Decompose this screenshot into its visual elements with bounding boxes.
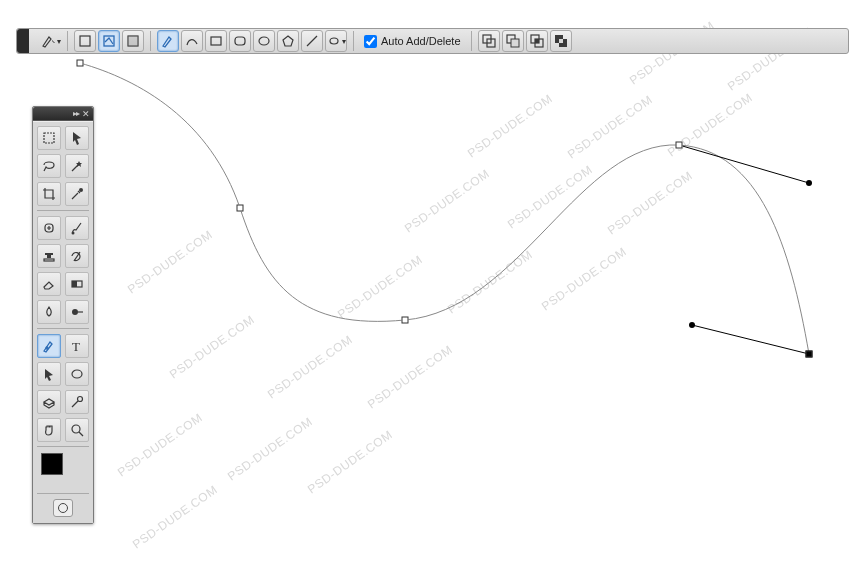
shape-tool[interactable] xyxy=(65,362,89,386)
svg-rect-6 xyxy=(211,37,221,45)
svg-text:T: T xyxy=(72,339,80,354)
svg-point-33 xyxy=(72,425,80,433)
svg-line-10 xyxy=(307,36,317,46)
path-mode-group xyxy=(74,30,144,52)
auto-add-delete-input[interactable] xyxy=(364,35,377,48)
svg-point-8 xyxy=(259,37,269,45)
watermark: PSD-DUDE.COM xyxy=(265,333,355,402)
svg-line-0 xyxy=(679,145,809,183)
tools-panel-header[interactable]: ▸▸ ✕ xyxy=(33,107,93,121)
watermark: PSD-DUDE.COM xyxy=(465,92,555,161)
svg-point-24 xyxy=(72,232,75,235)
watermark: PSD-DUDE.COM xyxy=(505,163,595,232)
svg-line-1 xyxy=(692,325,809,354)
watermark: PSD-DUDE.COM xyxy=(125,228,215,297)
color-swatches[interactable] xyxy=(41,453,79,485)
gradient-tool[interactable] xyxy=(65,272,89,296)
history-brush-tool[interactable] xyxy=(65,244,89,268)
close-icon[interactable]: ✕ xyxy=(82,109,90,119)
exclude-path-button[interactable] xyxy=(550,30,572,52)
marquee-tool[interactable] xyxy=(37,126,61,150)
pen-tool-icon[interactable] xyxy=(157,30,179,52)
svg-marker-9 xyxy=(283,36,293,46)
shape-layers-button[interactable] xyxy=(74,30,96,52)
svg-point-28 xyxy=(72,309,78,315)
blur-tool[interactable] xyxy=(37,300,61,324)
svg-rect-2 xyxy=(80,36,90,46)
stamp-tool[interactable] xyxy=(37,244,61,268)
svg-point-29 xyxy=(46,347,48,349)
pen-tool[interactable] xyxy=(37,334,61,358)
notes-tool[interactable] xyxy=(37,390,61,414)
pen-shape-group: ▾ xyxy=(157,30,347,52)
foreground-color-swatch[interactable] xyxy=(41,453,63,475)
svg-rect-21 xyxy=(44,133,54,143)
subtract-from-path-button[interactable] xyxy=(502,30,524,52)
tools-panel: ▸▸ ✕ xyxy=(32,106,94,524)
watermark: PSD-DUDE.COM xyxy=(605,169,695,238)
collapse-icon[interactable]: ▸▸ xyxy=(73,109,79,118)
brush-tool[interactable] xyxy=(65,216,89,240)
add-to-path-button[interactable] xyxy=(478,30,500,52)
measure-tool[interactable] xyxy=(65,390,89,414)
anchor-point-selected[interactable] xyxy=(806,351,813,358)
bezier-handle[interactable] xyxy=(689,322,695,328)
svg-rect-25 xyxy=(44,259,54,261)
watermark: PSD-DUDE.COM xyxy=(365,343,455,412)
watermark: PSD-DUDE.COM xyxy=(565,93,655,162)
anchor-point[interactable] xyxy=(676,142,683,149)
svg-rect-27 xyxy=(72,281,77,287)
magic-wand-tool[interactable] xyxy=(65,154,89,178)
svg-rect-7 xyxy=(235,37,245,45)
watermark: PSD-DUDE.COM xyxy=(445,248,535,317)
bezier-handle[interactable] xyxy=(806,180,812,186)
svg-point-32 xyxy=(78,397,83,402)
zoom-tool[interactable] xyxy=(65,418,89,442)
paths-button[interactable] xyxy=(98,30,120,52)
options-bar: ▾ ▾ Auto Add/Delete xyxy=(16,28,849,54)
healing-tool[interactable] xyxy=(37,216,61,240)
fill-pixels-button[interactable] xyxy=(122,30,144,52)
watermark: PSD-DUDE.COM xyxy=(130,483,220,552)
watermark: PSD-DUDE.COM xyxy=(402,167,492,236)
watermark: PSD-DUDE.COM xyxy=(225,415,315,484)
anchor-point[interactable] xyxy=(237,205,244,212)
svg-point-22 xyxy=(79,188,83,192)
watermark: PSD-DUDE.COM xyxy=(335,253,425,322)
crop-tool[interactable] xyxy=(37,182,61,206)
tool-preset-picker[interactable]: ▾ xyxy=(39,30,61,52)
quickmask-button[interactable] xyxy=(53,499,73,517)
line-shape-icon[interactable] xyxy=(301,30,323,52)
watermark: PSD-DUDE.COM xyxy=(115,411,205,480)
svg-rect-14 xyxy=(511,39,519,47)
eyedropper-tool[interactable] xyxy=(65,182,89,206)
polygon-shape-icon[interactable] xyxy=(277,30,299,52)
svg-rect-5 xyxy=(128,36,138,46)
hand-tool[interactable] xyxy=(37,418,61,442)
anchor-point[interactable] xyxy=(402,317,409,324)
svg-point-31 xyxy=(72,370,82,378)
anchor-point[interactable] xyxy=(77,60,84,67)
rounded-rect-icon[interactable] xyxy=(229,30,251,52)
type-tool[interactable]: T xyxy=(65,334,89,358)
dodge-tool[interactable] xyxy=(65,300,89,324)
move-tool[interactable] xyxy=(65,126,89,150)
freeform-pen-icon[interactable] xyxy=(181,30,203,52)
watermark: PSD-DUDE.COM xyxy=(539,245,629,314)
path-select-tool[interactable] xyxy=(37,362,61,386)
ellipse-shape-icon[interactable] xyxy=(253,30,275,52)
watermark: PSD-DUDE.COM xyxy=(665,91,755,160)
svg-rect-17 xyxy=(535,39,539,43)
options-grip[interactable] xyxy=(17,29,29,53)
rect-shape-icon[interactable] xyxy=(205,30,227,52)
custom-shape-icon[interactable]: ▾ xyxy=(325,30,347,52)
path-ops-group xyxy=(478,30,572,52)
watermark: PSD-DUDE.COM xyxy=(305,428,395,497)
auto-add-delete-checkbox[interactable]: Auto Add/Delete xyxy=(360,35,465,48)
intersect-path-button[interactable] xyxy=(526,30,548,52)
eraser-tool[interactable] xyxy=(37,272,61,296)
svg-rect-20 xyxy=(559,39,563,43)
watermark: PSD-DUDE.COM xyxy=(167,313,257,382)
lasso-tool[interactable] xyxy=(37,154,61,178)
auto-add-delete-label: Auto Add/Delete xyxy=(381,35,461,47)
